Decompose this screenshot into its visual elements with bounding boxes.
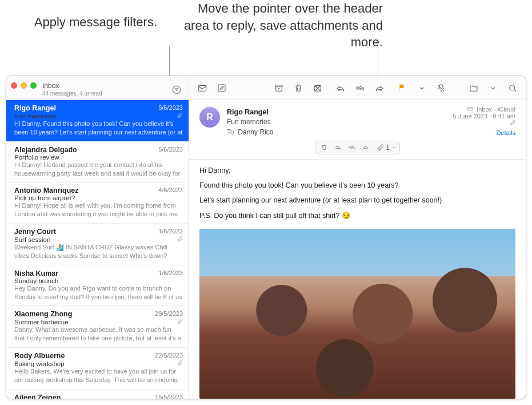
- list-preview: Hello Bakers, We're very excited to have…: [14, 367, 183, 384]
- message-list-item[interactable]: Alejandra Delgado5/6/2023Portfolio revie…: [6, 142, 189, 183]
- list-sender: Alejandra Delgado: [14, 146, 155, 154]
- hover-forward-button[interactable]: [359, 142, 371, 153]
- list-preview: Weekend Surf 🏄 IN SANTA CRUZ Glassy wave…: [14, 243, 183, 260]
- paperclip-icon: [177, 112, 183, 120]
- move-menu-chevron[interactable]: [485, 81, 502, 96]
- paperclip-icon: [177, 236, 183, 243]
- list-date: 1/6/2023: [155, 228, 183, 236]
- mailbox-location: Inbox - iCloud: [453, 106, 515, 113]
- list-preview: Hi Danny, Found this photo you took! Can…: [14, 120, 183, 137]
- body-paragraph: P.S. Do you think I can still pull off t…: [199, 211, 515, 220]
- message-list-item[interactable]: Rigo Rangel5/6/2023Fun memoriesHi Danny,…: [6, 100, 189, 142]
- list-date: 29/5/2023: [151, 310, 183, 318]
- list-subject: Sunday brunch: [14, 277, 183, 284]
- message-viewer-pane: R Rigo Rangel Fun memories To: Danny Ric…: [189, 76, 526, 399]
- mute-button[interactable]: [433, 81, 450, 96]
- list-sender: Antonio Manriquez: [14, 186, 155, 194]
- list-preview: Danny, What an awesome barbecue. It was …: [14, 325, 183, 343]
- message-list-item[interactable]: Antonio Manriquez4/6/2023Pick up from ai…: [6, 182, 189, 224]
- message-list-item[interactable]: Nisha Kumar1/6/2023Sunday brunchHey Dann…: [6, 265, 189, 307]
- paperclip-icon: [177, 318, 183, 325]
- reply-button[interactable]: [332, 81, 349, 96]
- list-sender: Aileen Zeigen: [14, 394, 151, 399]
- svg-rect-2: [218, 85, 225, 92]
- message-body: Hi Danny, Found this photo you took! Can…: [189, 160, 526, 399]
- list-subject: Baking workshop: [14, 360, 174, 367]
- window-close-button[interactable]: [11, 82, 17, 89]
- compose-button[interactable]: [213, 81, 230, 96]
- mailbox-status: 44 messages, 4 unread: [42, 90, 170, 97]
- callout-filters: Apply message filters.: [23, 14, 157, 31]
- attachment-count: 1: [386, 144, 389, 151]
- sender-avatar: R: [199, 107, 220, 128]
- list-date: 22/5/2023: [151, 352, 183, 360]
- list-date: 5/6/2023: [155, 104, 183, 112]
- list-sender: Rigo Rangel: [14, 104, 155, 112]
- callout-header-hover: Move the pointer over the header area to…: [177, 0, 383, 51]
- message-list-pane: Inbox 44 messages, 4 unread Rigo Rangel5…: [6, 76, 189, 399]
- list-date: 4/6/2023: [155, 186, 183, 194]
- move-button[interactable]: [465, 81, 482, 96]
- archive-button[interactable]: [270, 81, 287, 96]
- window-zoom-button[interactable]: [30, 82, 37, 89]
- body-paragraph: Hi Danny,: [199, 166, 515, 174]
- forward-button[interactable]: [371, 81, 388, 96]
- list-subject: Fun memories: [14, 113, 174, 120]
- to-label: To:: [227, 128, 236, 136]
- message-header: R Rigo Rangel Fun memories To: Danny Ric…: [189, 100, 526, 160]
- hover-delete-button[interactable]: [318, 142, 330, 153]
- message-list-item[interactable]: Xiaomeng Zhong29/5/2023Summer barbecueDa…: [6, 306, 189, 348]
- hover-reply-button[interactable]: [331, 142, 344, 153]
- hover-attachments-button[interactable]: 1: [374, 144, 397, 151]
- mailbox-title: Inbox: [42, 82, 170, 90]
- list-date: 1/6/2023: [155, 269, 183, 277]
- message-list-item[interactable]: Aileen Zeigen15/5/20235K trainingHey Dan…: [6, 390, 189, 399]
- svg-rect-1: [198, 85, 206, 91]
- list-subject: Pick up from airport?: [14, 194, 183, 201]
- list-preview: Hi Danny! Herland passed me your contact…: [14, 161, 183, 178]
- attachment-image-wrap: [199, 229, 515, 399]
- flag-menu-chevron[interactable]: [413, 81, 430, 96]
- body-paragraph: Found this photo you took! Can you belie…: [199, 181, 515, 189]
- list-subject: Summer barbecue: [14, 319, 174, 325]
- reply-all-button[interactable]: [351, 81, 369, 96]
- svg-rect-6: [467, 107, 472, 110]
- body-paragraph: Let's start planning our next adventure …: [199, 196, 515, 204]
- list-preview: Hi Danny! Hope all is well with you. I'm…: [14, 201, 183, 219]
- mail-window: Inbox 44 messages, 4 unread Rigo Rangel5…: [6, 76, 526, 399]
- from-name: Rigo Rangel: [227, 107, 273, 117]
- to-recipient: Danny Rico: [238, 128, 273, 136]
- message-list-item[interactable]: Rody Albuerne22/5/2023Baking workshopHel…: [6, 348, 189, 390]
- delete-button[interactable]: [290, 81, 307, 96]
- junk-button[interactable]: [309, 81, 326, 96]
- message-list[interactable]: Rigo Rangel5/6/2023Fun memoriesHi Danny,…: [6, 100, 189, 399]
- header-hover-toolbar: 1: [315, 141, 399, 154]
- list-date: 15/5/2023: [151, 394, 183, 399]
- attachment-image[interactable]: [199, 229, 515, 399]
- search-button[interactable]: [504, 81, 521, 96]
- sidebar-header: Inbox 44 messages, 4 unread: [6, 76, 189, 100]
- window-minimize-button[interactable]: [21, 82, 27, 89]
- list-date: 5/6/2023: [155, 146, 183, 154]
- attachment-indicator: [453, 120, 515, 127]
- flag-button[interactable]: [394, 81, 411, 96]
- svg-rect-3: [275, 85, 282, 86]
- svg-point-5: [510, 85, 515, 90]
- list-sender: Jenny Court: [14, 228, 155, 236]
- main-toolbar: [189, 76, 526, 100]
- list-preview: Hey Danny, Do you and Rigo want to come …: [14, 284, 183, 301]
- filter-button[interactable]: [170, 84, 183, 96]
- list-sender: Xiaomeng Zhong: [14, 310, 151, 318]
- details-link[interactable]: Details: [453, 129, 515, 136]
- list-sender: Rody Albuerne: [14, 352, 151, 360]
- header-subject: Fun memories: [227, 117, 273, 127]
- hover-reply-all-button[interactable]: [345, 142, 358, 153]
- paperclip-icon: [177, 360, 183, 367]
- list-sender: Nisha Kumar: [14, 269, 155, 277]
- window-controls: [11, 82, 37, 89]
- message-datetime: 5 June 2023 , 9:41 am: [453, 113, 515, 120]
- get-mail-button[interactable]: [194, 81, 211, 96]
- message-list-item[interactable]: Jenny Court1/6/2023Surf sessionWeekend S…: [6, 224, 189, 265]
- annotation-callouts: Apply message filters. Move the pointer …: [0, 0, 532, 74]
- list-subject: Surf session: [14, 236, 174, 243]
